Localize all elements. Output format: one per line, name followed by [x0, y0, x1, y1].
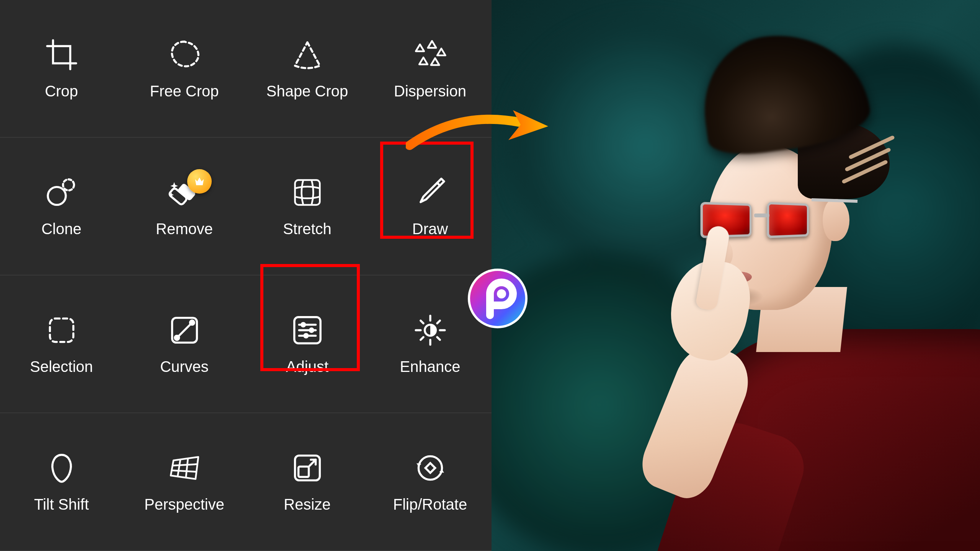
tool-tilt-shift[interactable]: Tilt Shift [0, 413, 123, 550]
selection-icon [44, 313, 79, 347]
svg-point-1 [63, 179, 74, 190]
edited-person [572, 23, 980, 551]
tool-flip-rotate[interactable]: Flip/Rotate [369, 413, 492, 550]
svg-point-31 [418, 456, 442, 479]
svg-point-7 [175, 336, 179, 340]
tool-label: Dispersion [394, 83, 466, 100]
svg-line-22 [437, 337, 440, 340]
tool-remove[interactable]: Remove [123, 138, 246, 275]
svg-point-0 [48, 187, 66, 205]
tool-label: Free Crop [150, 83, 219, 100]
tool-crop[interactable]: Crop [0, 0, 123, 137]
svg-point-8 [190, 320, 194, 324]
preview-image [492, 0, 980, 551]
tool-label: Selection [30, 358, 93, 375]
tool-shape-crop[interactable]: Shape Crop [246, 0, 369, 137]
tool-adjust[interactable]: Adjust [246, 276, 369, 412]
free-crop-icon [167, 37, 202, 72]
tool-row-2: Clone Remove [0, 138, 492, 276]
tool-selection[interactable]: Selection [0, 276, 123, 412]
stretch-icon [290, 175, 325, 210]
tool-label: Crop [45, 83, 78, 100]
tool-label: Perspective [144, 496, 224, 513]
svg-point-35 [497, 289, 506, 298]
tool-label: Tilt Shift [34, 496, 89, 513]
adjust-icon [290, 313, 325, 347]
tool-label: Shape Crop [266, 83, 348, 100]
premium-badge-icon [187, 169, 212, 194]
tool-label: Enhance [400, 358, 461, 375]
picsart-logo-icon [467, 268, 528, 329]
enhance-icon [413, 313, 448, 347]
perspective-icon [167, 451, 202, 485]
tool-label: Adjust [286, 358, 328, 375]
shape-crop-icon [290, 37, 325, 72]
svg-point-15 [304, 334, 307, 337]
tool-label: Resize [284, 496, 330, 513]
tool-clone[interactable]: Clone [0, 138, 123, 275]
tool-free-crop[interactable]: Free Crop [123, 0, 246, 137]
tool-label: Remove [156, 220, 213, 238]
curves-icon [167, 313, 202, 347]
svg-rect-5 [50, 318, 73, 342]
tool-row-3: Selection Curves Adjust [0, 276, 492, 413]
tool-perspective[interactable]: Perspective [123, 413, 246, 550]
dispersion-icon [413, 37, 448, 72]
svg-line-24 [420, 337, 423, 340]
remove-icon [167, 175, 202, 210]
tool-label: Stretch [283, 220, 332, 238]
svg-line-28 [186, 458, 188, 477]
tool-curves[interactable]: Curves [123, 276, 246, 412]
tool-label: Draw [412, 220, 448, 238]
tools-panel: Crop Free Crop Shape Crop [0, 0, 492, 551]
svg-rect-4 [295, 180, 320, 205]
tool-draw[interactable]: Draw [369, 138, 492, 275]
svg-line-21 [420, 320, 423, 323]
tool-stretch[interactable]: Stretch [246, 138, 369, 275]
tool-row-4: Tilt Shift Perspective Resize [0, 413, 492, 551]
crop-icon [44, 37, 79, 72]
resize-icon [290, 451, 325, 485]
svg-line-23 [437, 320, 440, 323]
svg-point-13 [310, 328, 313, 332]
tool-label: Flip/Rotate [393, 496, 467, 513]
svg-rect-30 [298, 466, 309, 477]
svg-line-26 [172, 470, 196, 472]
tool-label: Curves [160, 358, 209, 375]
svg-line-25 [172, 464, 197, 466]
draw-icon [413, 175, 448, 210]
svg-rect-32 [425, 463, 435, 473]
tool-resize[interactable]: Resize [246, 413, 369, 550]
tool-label: Clone [41, 220, 82, 238]
clone-icon [44, 175, 79, 210]
tilt-shift-icon [44, 451, 79, 485]
flip-rotate-icon [413, 451, 448, 485]
arrow-annotation-icon [406, 107, 551, 153]
svg-point-11 [301, 323, 305, 326]
svg-line-27 [178, 459, 180, 476]
